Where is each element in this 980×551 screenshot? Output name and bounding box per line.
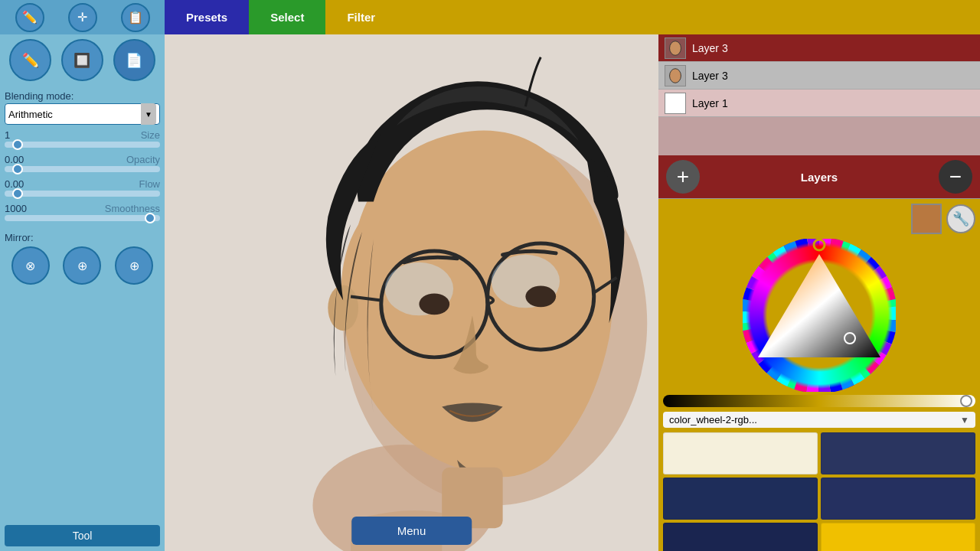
lightness-thumb (960, 395, 972, 407)
svg-point-13 (670, 68, 681, 83)
color-wheel-container[interactable] (663, 239, 975, 392)
mirror-label: Mirror: (5, 232, 160, 243)
opacity-value: 0.00 (5, 154, 39, 165)
canvas-area[interactable]: Menu (165, 34, 658, 551)
opacity-slider[interactable] (5, 166, 160, 172)
eyedropper-button[interactable]: 🔧 (946, 204, 975, 233)
swatches-grid (663, 432, 975, 551)
blending-mode-value: Arithmetic (8, 109, 53, 120)
layers-panel: Layer 3 Layer 3 Layer 1 + Layers − (658, 34, 980, 199)
layer-name-2: Layer 1 (692, 97, 728, 109)
layer-thumb-0 (665, 37, 686, 59)
mirror-btn-xy[interactable]: ⊕ (115, 246, 153, 285)
swatch-3[interactable] (821, 478, 975, 520)
top-bar: ✏️ ✛ 📋 Presets Select Filter (0, 0, 980, 34)
smoothness-row: 1000 Smoothness (5, 203, 160, 214)
mirror-btn-y[interactable]: ⊕ (63, 246, 101, 285)
size-row: 1 Size (5, 129, 160, 141)
flow-value: 0.00 (5, 178, 39, 190)
tab-select[interactable]: Select (249, 0, 325, 34)
layer-add-button[interactable]: + (666, 160, 700, 194)
smoothness-thumb (145, 213, 155, 223)
current-color-swatch[interactable] (911, 204, 942, 234)
layers-spacer (658, 117, 980, 155)
tool-btn-transform[interactable]: ✛ (68, 3, 97, 32)
tool-row-top: ✏️ 🔲 📄 (5, 39, 160, 81)
layer-remove-button[interactable]: − (939, 160, 972, 194)
lightness-slider[interactable] (663, 395, 975, 407)
menu-btn-container: Menu (351, 517, 472, 545)
tab-presets[interactable]: Presets (165, 0, 249, 34)
swatch-2[interactable] (663, 478, 818, 520)
tool-layer[interactable]: 🔲 (61, 39, 103, 81)
right-panels: Layer 3 Layer 3 Layer 1 + Layers − (658, 34, 980, 551)
menu-button[interactable]: Menu (351, 517, 472, 545)
flow-thumb (12, 188, 23, 199)
svg-point-9 (419, 293, 449, 315)
color-panel: 🔧 (658, 199, 980, 551)
tool-pencil[interactable]: ✏️ (9, 39, 51, 81)
tab-filter[interactable]: Filter (325, 0, 397, 34)
left-panel: ✏️ 🔲 📄 Blending mode: Arithmetic ▼ 1 Siz… (0, 34, 165, 551)
flow-row: 0.00 Flow (5, 178, 160, 190)
size-value: 1 (5, 129, 39, 141)
top-bar-left: ✏️ ✛ 📋 (0, 0, 165, 34)
svg-point-12 (670, 41, 681, 55)
mirror-row: ⊗ ⊕ ⊕ (5, 246, 160, 285)
swatch-4[interactable] (663, 523, 818, 551)
svg-point-10 (525, 286, 556, 308)
mirror-btn-x[interactable]: ⊗ (11, 246, 50, 285)
opacity-row: 0.00 Opacity (5, 154, 160, 165)
size-slider[interactable] (5, 142, 160, 148)
opacity-label: Opacity (126, 154, 160, 165)
blend-select-arrow: ▼ (141, 103, 156, 125)
smoothness-slider[interactable] (5, 215, 160, 221)
canvas-drawing (165, 34, 658, 551)
tool-btn-edit[interactable]: ✏️ (15, 3, 44, 32)
flow-label: Flow (139, 178, 160, 190)
layers-footer: + Layers − (658, 155, 980, 198)
swatch-0[interactable] (663, 432, 818, 474)
blending-mode-select[interactable]: Arithmetic ▼ (5, 103, 160, 125)
smoothness-value: 1000 (5, 203, 39, 214)
swatch-1[interactable] (821, 432, 975, 474)
size-label: Size (141, 129, 160, 141)
layer-item-1[interactable]: Layer 3 (658, 62, 980, 90)
nav-tabs: Presets Select Filter (165, 0, 397, 34)
opacity-thumb (12, 164, 23, 174)
color-top: 🔧 (663, 204, 975, 234)
svg-point-2 (328, 285, 358, 331)
color-wheel-arrow: ▼ (960, 415, 969, 425)
layer-thumb-1 (665, 65, 686, 86)
color-wheel-name-text: color_wheel-2-rgb... (669, 414, 757, 425)
tool-frame[interactable]: 📄 (113, 39, 155, 81)
flow-slider[interactable] (5, 191, 160, 197)
tool-footer: Tool (5, 525, 160, 546)
color-wheel (743, 239, 896, 392)
layers-footer-label: Layers (801, 171, 838, 184)
blending-mode-label: Blending mode: (5, 90, 160, 102)
main-area: ✏️ 🔲 📄 Blending mode: Arithmetic ▼ 1 Siz… (0, 34, 980, 551)
size-thumb (12, 139, 23, 150)
layer-item-0[interactable]: Layer 3 (658, 34, 980, 62)
tool-btn-export[interactable]: 📋 (121, 3, 150, 32)
layer-name-0: Layer 3 (692, 42, 728, 54)
layer-thumb-2 (665, 93, 686, 114)
layer-name-1: Layer 3 (692, 70, 728, 82)
swatch-5[interactable] (821, 523, 975, 551)
layer-item-2[interactable]: Layer 1 (658, 90, 980, 117)
color-wheel-name-row[interactable]: color_wheel-2-rgb... ▼ (663, 412, 975, 428)
